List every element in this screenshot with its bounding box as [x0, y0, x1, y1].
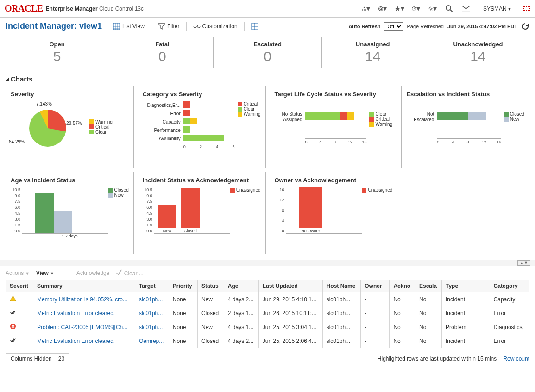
cell-severity [6, 292, 33, 306]
th-type[interactable]: Type [442, 280, 490, 292]
th-priority[interactable]: Priority [169, 280, 197, 292]
user-menu[interactable]: SYSMAN ▾ [483, 6, 511, 12]
card-fatal[interactable]: Fatal0 [111, 37, 214, 68]
list-view-button[interactable]: List View [113, 23, 145, 30]
cell-priority: None [169, 292, 197, 306]
th-owner[interactable]: Owner [361, 280, 390, 292]
cell-ack: No [390, 306, 415, 320]
th-summary[interactable]: Summary [33, 280, 135, 292]
chart-status-ack: Incident Status vs Acknowledgement 10.59… [138, 172, 266, 254]
card-escalated[interactable]: Escalated0 [216, 37, 319, 68]
cell-priority: None [169, 320, 197, 334]
grid-toggle-button[interactable] [251, 23, 258, 30]
splitter-handle-icon[interactable]: ▲▼ [517, 260, 530, 266]
chart-escalation-status: Escalation vs Incident Status Not Escala… [401, 86, 529, 168]
th-status[interactable]: Status [197, 280, 224, 292]
cell-summary: Memory Utilization is 94.052%, cro... [33, 292, 135, 306]
chart-owner-ack: Owner vs Acknowledgement 1612840 No Owne… [270, 172, 398, 254]
th-host-name[interactable]: Host Name [322, 280, 361, 292]
svg-point-4 [379, 6, 383, 11]
summary-link[interactable]: Problem: CAT-23005 [EMOMS][Ch... [37, 324, 127, 330]
svg-point-12 [197, 25, 200, 28]
targets-icon[interactable]: ▾ [378, 5, 387, 13]
row-count-link[interactable]: Row count [503, 355, 529, 362]
cell-category: Capacity [490, 292, 529, 306]
global-header: ORACLE Enterprise Manager Cloud Control … [0, 0, 535, 18]
cell-type: Problem [442, 320, 490, 334]
summary-link[interactable]: Memory Utilization is 94.052%, cro... [37, 296, 127, 303]
th-last-updated[interactable]: Last Updated [258, 280, 322, 292]
cell-esc: No [415, 320, 441, 334]
th-category[interactable]: Category [490, 280, 529, 292]
cell-age: 2 days 1... [224, 306, 258, 320]
page-refreshed-label: Page Refreshed [407, 24, 444, 29]
auto-refresh-select[interactable]: Off [384, 22, 403, 31]
search-icon[interactable] [445, 5, 453, 13]
chart-lifecycle-severity: Target Life Cycle Status vs Severity No … [270, 86, 398, 168]
cell-type: Incident [442, 306, 490, 320]
mail-icon[interactable] [462, 5, 470, 13]
cell-target: slc01ph... [135, 320, 169, 334]
th-esc[interactable]: Escala [415, 280, 441, 292]
table-row[interactable]: Metric Evaluation Error cleared.Oemrep..… [6, 334, 529, 348]
favorites-icon[interactable]: ★▾ [395, 5, 403, 13]
th-age[interactable]: Age [224, 280, 258, 292]
target-link[interactable]: slc01ph... [139, 324, 163, 330]
clear-button[interactable]: Clear ... [116, 269, 143, 277]
actions-menu[interactable]: Actions ▼ [6, 270, 30, 276]
svg-point-3 [365, 9, 366, 11]
cell-last-updated: Jun 25, 2015 2:06:4... [258, 334, 322, 348]
card-unassigned[interactable]: Unassigned14 [321, 37, 424, 68]
cell-last-updated: Jun 25, 2015 3:04:1... [258, 320, 322, 334]
cell-ack: No [390, 334, 415, 348]
cell-status: New [197, 320, 224, 334]
summary-link[interactable]: Metric Evaluation Error cleared. [37, 310, 115, 317]
history-icon[interactable]: ▾ [412, 5, 420, 13]
settings-icon[interactable]: ▾ [428, 5, 437, 13]
splitter[interactable]: ▲▼ [0, 260, 535, 266]
severity-warning-icon [10, 295, 16, 302]
table-toolbar: Actions ▼ View ▼ Acknowledge Clear ... [0, 266, 535, 280]
cell-type: Incident [442, 334, 490, 348]
th-ack[interactable]: Ackno [390, 280, 415, 292]
cell-ack: No [390, 320, 415, 334]
cell-ack: No [390, 292, 415, 306]
table-row[interactable]: Memory Utilization is 94.052%, cro...slc… [6, 292, 529, 306]
cell-last-updated: Jun 26, 2015 10:11:... [258, 306, 322, 320]
charts-grid: Severity 7.143% 28.57% 64.29% Warning Cr… [0, 86, 535, 260]
card-unacknowledged[interactable]: Unacknowledged14 [427, 37, 529, 68]
sitemap-icon[interactable]: ▾ [362, 5, 370, 13]
pie-label-critical: 28.57% [66, 121, 82, 126]
cell-age: 4 days 2... [224, 334, 258, 348]
charts-section-toggle[interactable]: ◢Charts [0, 72, 535, 86]
target-link[interactable]: slc01ph... [139, 296, 163, 303]
severity-critical-icon [10, 323, 16, 330]
th-severity[interactable]: Severit [6, 280, 33, 292]
cell-last-updated: Jun 29, 2015 4:10:1... [258, 292, 322, 306]
refresh-icon[interactable] [521, 22, 529, 31]
cell-host-name: slc01ph... [322, 334, 361, 348]
brand-logo: ORACLE [5, 3, 43, 14]
cell-priority: None [169, 334, 197, 348]
cell-summary: Metric Evaluation Error cleared. [33, 334, 135, 348]
customization-button[interactable]: Customization [193, 23, 238, 30]
cell-owner: - [361, 306, 390, 320]
cell-summary: Metric Evaluation Error cleared. [33, 306, 135, 320]
card-open[interactable]: Open5 [6, 37, 108, 68]
cell-category: Error [490, 334, 529, 348]
summary-link[interactable]: Metric Evaluation Error cleared. [37, 338, 115, 344]
table-row[interactable]: Metric Evaluation Error cleared.slc01ph.… [6, 306, 529, 320]
columns-hidden-indicator[interactable]: Columns Hidden23 [6, 353, 69, 364]
th-target[interactable]: Target [135, 280, 169, 292]
acknowledge-button[interactable]: Acknowledge [76, 270, 109, 276]
pie-label-warning: 7.143% [36, 101, 52, 106]
highlight-note: Highlighted rows are last updated within… [378, 355, 497, 362]
table-row[interactable]: Problem: CAT-23005 [EMOMS][Ch...slc01ph.… [6, 320, 529, 334]
pie-label-clear: 64.29% [9, 139, 25, 144]
view-menu[interactable]: View ▼ [36, 270, 54, 276]
filter-button[interactable]: Filter [158, 23, 180, 30]
target-link[interactable]: Oemrep... [139, 338, 164, 344]
chart-category-severity: Category vs Severity Diagnostics,Er... E… [138, 86, 266, 168]
target-link[interactable]: slc01ph... [139, 310, 163, 317]
accessibility-icon[interactable] [523, 6, 530, 11]
